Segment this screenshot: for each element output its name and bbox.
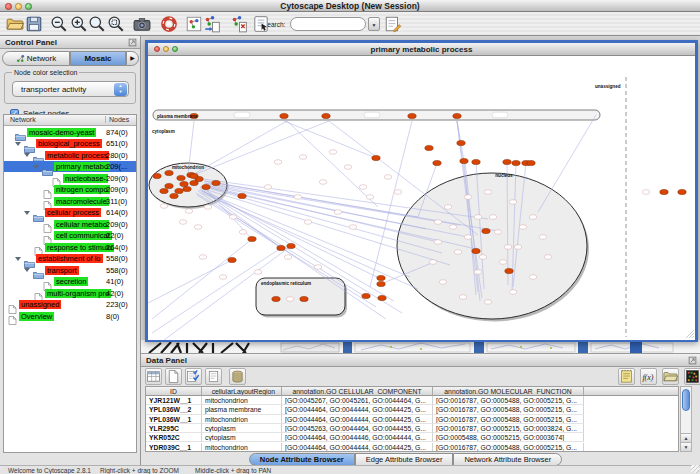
table-cell[interactable]: YJR121W__1 (146, 396, 202, 405)
search-input[interactable] (290, 17, 366, 31)
network-tab-icon (16, 54, 25, 63)
attribute-table[interactable]: ID_cellularLayoutRegionannotation.GO CEL… (145, 386, 679, 452)
select-attributes-button[interactable] (185, 368, 202, 385)
table-cell[interactable]: mitochondrion (202, 443, 282, 452)
table-header-region[interactable]: _cellularLayoutRegion (202, 387, 282, 396)
search-dropdown-arrow[interactable]: ▼ (368, 17, 380, 31)
vizmapper-button[interactable] (252, 15, 270, 33)
import-attributes-button[interactable] (662, 368, 679, 385)
table-cell[interactable]: [GO:0016787, GO:0005215, GO:0003824, G..… (433, 424, 584, 433)
node-color-dropdown[interactable]: transporter activity ▲▼ (12, 81, 129, 97)
tree-row-biological-process[interactable]: biological_process651(0) (4, 138, 136, 150)
float-panel-icon[interactable] (688, 356, 697, 365)
save-session-button[interactable] (25, 15, 43, 33)
table-cell[interactable]: [GO:0045263, GO:0044464, GO:0044455, G..… (282, 424, 433, 433)
table-cell[interactable]: plasma membrane (202, 405, 282, 414)
annotation-button[interactable] (384, 15, 402, 33)
network-view-titlebar[interactable]: primary metabolic process (148, 43, 695, 56)
table-cell[interactable]: YPL036W__2 (146, 405, 202, 414)
scrollbar-thumb[interactable] (682, 389, 690, 411)
table-cell[interactable]: mitochondrion (202, 415, 282, 424)
table-cell[interactable]: [GO:0045267, GO:0045261, GO:0044464, G..… (282, 396, 433, 405)
table-cell[interactable]: [GO:0016787, GO:0005488, GO:0005215, G..… (433, 443, 584, 452)
tree-row-response-to-stimulu[interactable]: response to stimulu264(0) (4, 241, 136, 253)
zoom-in-icon (70, 15, 88, 33)
open-session-button[interactable] (6, 15, 24, 33)
tree-row-primary-metabo[interactable]: primary metabo209(... (4, 161, 136, 173)
tree-row-label: cellular process (45, 208, 101, 217)
table-scrollbar[interactable]: ▲ ▼ (680, 386, 692, 452)
resize-grip[interactable] (691, 465, 699, 473)
tree-row-cellular-metabo[interactable]: cellular metabo209(0) (4, 218, 136, 230)
tree-row-establishment-of-lo[interactable]: establishment of lo558(0) (4, 253, 136, 265)
destroy-network-view-button[interactable] (230, 15, 248, 33)
table-cell[interactable]: [GO:0016787, GO:0005488, GO:0005215, G..… (433, 396, 584, 405)
table-cell[interactable]: YKR052C (146, 433, 202, 442)
tab-mosaic[interactable]: Mosaic (70, 51, 126, 66)
tree-row-cell-communicat[interactable]: cell communicat22(0) (4, 230, 136, 242)
unselect-attributes-button[interactable] (205, 368, 222, 385)
attribute-table-button[interactable] (145, 368, 162, 385)
network-button[interactable] (185, 15, 203, 33)
tree-row-cellular-process[interactable]: cellular process614(0) (4, 207, 136, 219)
tab-network[interactable]: Network (2, 51, 70, 66)
table-cell[interactable]: YPL036W__1 (146, 415, 202, 424)
table-cell[interactable]: [GO:0005488, GO:0005215, GO:0003674] (433, 433, 584, 442)
snapshot-button[interactable] (133, 15, 151, 33)
disclosure-triangle-icon[interactable] (24, 153, 30, 157)
table-cell[interactable]: YDR039C__1 (146, 443, 202, 452)
window-titlebar: Cytoscape Desktop (New Session) (0, 0, 700, 12)
table-cell[interactable]: cytoplasm (202, 424, 282, 433)
tree-row-transport[interactable]: transport558(0) (4, 264, 136, 276)
table-header-cellular-component[interactable]: annotation.GO CELLULAR_COMPONENT (282, 387, 433, 396)
file-icon (42, 196, 53, 205)
tree-row-label: nucleobase- (63, 174, 108, 183)
network-graph[interactable]: plasma membranecytoplasmmitochondrionnuc… (148, 57, 695, 340)
table-cell[interactable]: [GO:0044464, GO:0044446, GO:0044444, G..… (282, 433, 433, 442)
tree-row-unassigned[interactable]: unassigned223(0) (4, 299, 136, 311)
table-cell[interactable]: YLR295C (146, 424, 202, 433)
new-attribute-icon (166, 369, 181, 384)
table-header-id[interactable]: ID (146, 387, 202, 396)
disclosure-triangle-icon[interactable] (15, 142, 21, 146)
scroll-down-button[interactable]: ▼ (681, 442, 691, 451)
tree-row-multi-organism-pro[interactable]: multi-organism pro42(0) (4, 287, 136, 299)
zoom-out-button[interactable] (50, 15, 68, 33)
disclosure-triangle-icon[interactable] (15, 257, 21, 261)
tree-row-node-count: 209(0) (106, 174, 128, 183)
help-button[interactable] (160, 15, 178, 33)
table-cell[interactable]: [GO:0044464, GO:0044444, GO:0044425, G..… (282, 405, 433, 414)
network-canvas[interactable]: plasma membranecytoplasmmitochondrionnuc… (148, 57, 695, 340)
delete-attribute-button[interactable] (229, 368, 246, 385)
table-cell[interactable]: [GO:0044464, GO:0044444, GO:0044425, G..… (282, 443, 433, 452)
tree-row-overview[interactable]: Overview8(0) (4, 310, 136, 322)
tree-row-nucleobase[interactable]: nucleobase-209(0) (4, 172, 136, 184)
create-network-view-button[interactable] (203, 15, 221, 33)
float-panel-icon[interactable] (128, 38, 137, 47)
scroll-up-button[interactable]: ▲ (681, 433, 691, 442)
disclosure-triangle-icon[interactable] (24, 211, 30, 215)
tab-network-label: Network (27, 51, 56, 66)
table-header-molecular-function[interactable]: annotation.GO MOLECULAR_FUNCTION (433, 387, 584, 396)
function-builder-button[interactable]: f(x) (640, 368, 657, 385)
disclosure-triangle-icon[interactable] (33, 165, 39, 169)
tree-row-metabolic-process[interactable]: metabolic process280(0) (4, 149, 136, 161)
new-attribute-button[interactable] (165, 368, 182, 385)
disclosure-triangle-icon[interactable] (24, 268, 30, 272)
table-cell[interactable]: mitochondrion (202, 396, 282, 405)
table-cell[interactable]: [GO:0016787, GO:0005488, GO:0005215, G..… (433, 405, 584, 414)
table-cell[interactable]: cytoplasm (202, 433, 282, 442)
zoom-in-button[interactable] (70, 15, 88, 33)
table-cell[interactable]: [GO:0044464, GO:0044444, GO:0044425, G..… (282, 415, 433, 424)
matrix-view-button[interactable] (684, 368, 700, 385)
tab-overflow-arrow[interactable]: ▶ (126, 51, 139, 66)
tree-row-mosaic-demo-yeast[interactable]: mosaic-demo-yeast874(0) (4, 126, 136, 138)
tree-row-nitrogen-compo[interactable]: nitrogen compo209(0) (4, 184, 136, 196)
zoom-selected-button[interactable] (107, 15, 125, 33)
tree-row-secretion[interactable]: secretion41(0) (4, 276, 136, 288)
zoom-fit-button[interactable] (88, 15, 106, 33)
table-cell[interactable]: [GO:0016787, GO:0005488, GO:0005215, G..… (433, 415, 584, 424)
network-tree[interactable]: Network Nodes mosaic-demo-yeast874(0)bio… (3, 114, 137, 453)
formula-copy-button[interactable] (618, 368, 635, 385)
tree-row-macromolecule[interactable]: macromolecule311(0) (4, 195, 136, 207)
